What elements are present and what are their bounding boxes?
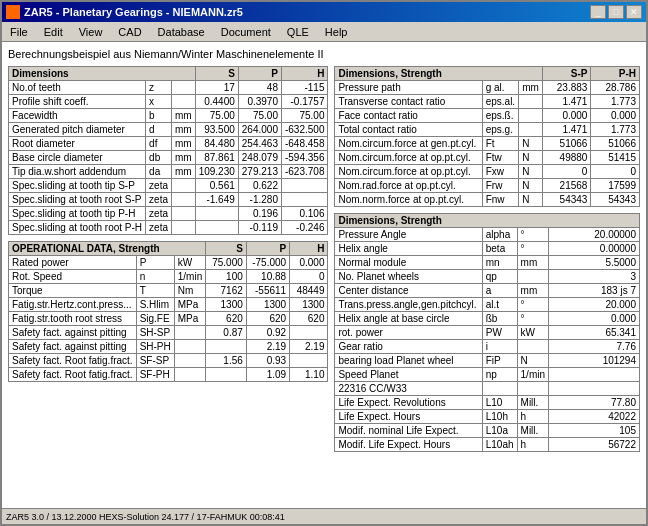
- col-h-header: H: [281, 67, 327, 81]
- table-row: Root diameterdfmm 84.480254.463-648.458: [9, 137, 328, 151]
- table-row: Generated pitch diameterdmm 93.500264.00…: [9, 123, 328, 137]
- menu-file[interactable]: File: [6, 25, 32, 39]
- table-row: Rated powerPkW 75.000-75.0000.000: [9, 256, 328, 270]
- app-icon: [6, 5, 20, 19]
- table-row: rot. powerPWkW 65.341: [335, 326, 640, 340]
- dimensions-table: Dimensions S P H No.of teethz 1748-115 P…: [8, 66, 328, 235]
- title-bar-text: ZAR5 - Planetary Gearings - NIEMANN.zr5: [6, 5, 243, 19]
- col-p-header: P: [238, 67, 281, 81]
- table-row: bearing load Planet wheelFiPN 101294: [335, 354, 640, 368]
- dimensions-header: Dimensions: [9, 67, 196, 81]
- table-row: Speed Planetnp1/min: [335, 368, 640, 382]
- table-row: Safety fact. Root fatig.fract.SF-SP 1.56…: [9, 354, 328, 368]
- table-row: Profile shift coeff.x 0.44000.3970-0.175…: [9, 95, 328, 109]
- right-strength-table: Dimensions, Strength Pressure Anglealpha…: [334, 213, 640, 452]
- table-row: Life Expect. HoursL10hh 42022: [335, 410, 640, 424]
- right-header2: Dimensions, Strength: [335, 214, 640, 228]
- menu-edit[interactable]: Edit: [40, 25, 67, 39]
- right-panel: Dimensions, Strength S-P P-H Pressure pa…: [334, 66, 640, 502]
- menu-document[interactable]: Document: [217, 25, 275, 39]
- right-dimensions-table: Dimensions, Strength S-P P-H Pressure pa…: [334, 66, 640, 207]
- table-row: Dimensions, Strength: [335, 214, 640, 228]
- table-row: 22316 CC/W33: [335, 382, 640, 396]
- table-row: Safety fact. Root fatig.fract.SF-PH 1.09…: [9, 368, 328, 382]
- menu-cad[interactable]: CAD: [114, 25, 145, 39]
- right-header1: Dimensions, Strength: [335, 67, 542, 81]
- title-bar: ZAR5 - Planetary Gearings - NIEMANN.zr5 …: [2, 2, 646, 22]
- table-row: Life Expect. RevolutionsL10Mill. 77.80: [335, 396, 640, 410]
- minimize-button[interactable]: _: [590, 5, 606, 19]
- status-bar: ZAR5 3.0 / 13.12.2000 HEXS-Solution 24.1…: [2, 508, 646, 524]
- table-row: Helix anglebeta° 0.00000: [335, 242, 640, 256]
- subtitle: Berechnungsbeispiel aus Niemann/Winter M…: [8, 48, 640, 60]
- table-row: Trans.press.angle,gen.pitchcyl.al.t° 20.…: [335, 298, 640, 312]
- table-row: Facewidthbmm 75.0075.0075.00: [9, 109, 328, 123]
- operational-header: OPERATIONAL DATA, Strength: [9, 242, 206, 256]
- table-row: Spec.sliding at tooth root S-Pzeta -1.64…: [9, 193, 328, 207]
- menu-qle[interactable]: QLE: [283, 25, 313, 39]
- table-row: Helix angle at base circleßb° 0.000: [335, 312, 640, 326]
- table-row: Nom.circum.force at gen.pt.cyl.FtN 51066…: [335, 137, 640, 151]
- table-row: Dimensions, Strength S-P P-H: [335, 67, 640, 81]
- table-row: Nom.norm.force at op.pt.cyl.FnwN 5434354…: [335, 193, 640, 207]
- menu-bar: File Edit View CAD Database Document QLE…: [2, 22, 646, 42]
- menu-help[interactable]: Help: [321, 25, 352, 39]
- table-row: Dimensions S P H: [9, 67, 328, 81]
- table-row: Face contact ratioeps.ß. 0.0000.000: [335, 109, 640, 123]
- table-row: No.of teethz 1748-115: [9, 81, 328, 95]
- table-row: Gear ratioi 7.76: [335, 340, 640, 354]
- table-row: Center distanceamm 183 js 7: [335, 284, 640, 298]
- table-row: Fatig.str.Hertz.cont.press...S.HlimMPa 1…: [9, 298, 328, 312]
- table-row: Transverse contact ratioeps.al. 1.4711.7…: [335, 95, 640, 109]
- table-row: Spec.sliding at tooth tip P-Hzeta 0.1960…: [9, 207, 328, 221]
- table-row: Normal modulemnmm 5.5000: [335, 256, 640, 270]
- status-text: ZAR5 3.0 / 13.12.2000 HEXS-Solution 24.1…: [6, 512, 285, 522]
- main-window: ZAR5 - Planetary Gearings - NIEMANN.zr5 …: [0, 0, 648, 526]
- table-row: Nom.circum.force at op.pt.cyl.FxwN 00: [335, 165, 640, 179]
- window-title: ZAR5 - Planetary Gearings - NIEMANN.zr5: [24, 6, 243, 18]
- main-layout: Dimensions S P H No.of teethz 1748-115 P…: [8, 66, 640, 502]
- table-row: Spec.sliding at tooth root P-Hzeta -0.11…: [9, 221, 328, 235]
- table-row: Tip dia.w.short addendumdamm 109.230279.…: [9, 165, 328, 179]
- col-s-header: S: [195, 67, 238, 81]
- table-row: Modif. nominal Life Expect.L10aMill. 105: [335, 424, 640, 438]
- table-row: No. Planet wheelsqp 3: [335, 270, 640, 284]
- table-row: Safety fact. against pittingSH-SP 0.870.…: [9, 326, 328, 340]
- menu-database[interactable]: Database: [154, 25, 209, 39]
- table-row: Safety fact. against pittingSH-PH 2.192.…: [9, 340, 328, 354]
- close-button[interactable]: ✕: [626, 5, 642, 19]
- table-row: Fatig.str.tooth root stressSig.FEMPa 620…: [9, 312, 328, 326]
- table-row: Pressure Anglealpha° 20.00000: [335, 228, 640, 242]
- table-row: Nom.rad.force at op.pt.cyl.FrwN 21568175…: [335, 179, 640, 193]
- table-row: OPERATIONAL DATA, Strength S P H: [9, 242, 328, 256]
- table-row: Total contact ratioeps.g. 1.4711.773: [335, 123, 640, 137]
- title-buttons: _ □ ✕: [590, 5, 642, 19]
- maximize-button[interactable]: □: [608, 5, 624, 19]
- table-row: Spec.sliding at tooth tip S-Pzeta 0.5610…: [9, 179, 328, 193]
- table-row: TorqueTNm 7162-5561148449: [9, 284, 328, 298]
- table-row: Pressure pathg al.mm 23.88328.786: [335, 81, 640, 95]
- left-panel: Dimensions S P H No.of teethz 1748-115 P…: [8, 66, 328, 502]
- menu-view[interactable]: View: [75, 25, 107, 39]
- content-area: Berechnungsbeispiel aus Niemann/Winter M…: [2, 42, 646, 508]
- table-row: Rot. Speedn1/min 10010.880: [9, 270, 328, 284]
- operational-table: OPERATIONAL DATA, Strength S P H Rated p…: [8, 241, 328, 382]
- table-row: Modif. Life Expect. HoursL10ahh 56722: [335, 438, 640, 452]
- table-row: Nom.circum.force at op.pt.cyl.FtwN 49880…: [335, 151, 640, 165]
- table-row: Base circle diameterdbmm 87.861248.079-5…: [9, 151, 328, 165]
